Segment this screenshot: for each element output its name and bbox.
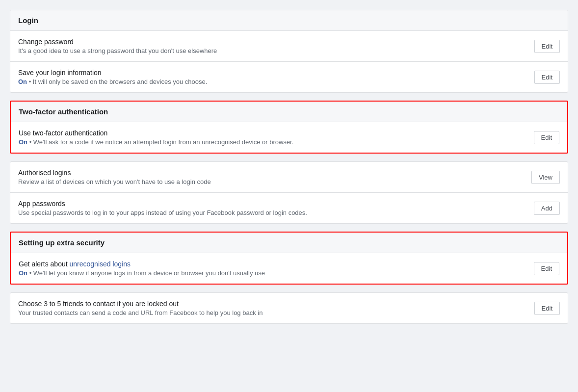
two-factor-section-title: Two-factor authentication: [19, 107, 108, 116]
trusted-contacts-item: Choose 3 to 5 friends to contact if you …: [10, 293, 568, 323]
authorised-logins-action: View: [531, 171, 560, 184]
app-passwords-title: App passwords: [18, 200, 526, 208]
save-login-title: Save your login information: [18, 69, 526, 77]
extra-security-section: Setting up extra security Get alerts abo…: [10, 232, 568, 285]
get-alerts-subtitle: On • We'll let you know if anyone logs i…: [19, 269, 526, 277]
change-password-item: Change password It's a good idea to use …: [10, 31, 568, 62]
trusted-contacts-section: Choose 3 to 5 friends to contact if you …: [10, 292, 568, 324]
authorised-logins-view-button[interactable]: View: [531, 171, 560, 184]
trusted-contacts-action: Edit: [534, 302, 560, 315]
app-passwords-item: App passwords Use special passwords to l…: [10, 193, 568, 223]
app-passwords-subtitle: Use special passwords to log in to your …: [18, 209, 526, 216]
login-section: Login Change password It's a good idea t…: [10, 10, 568, 93]
get-alerts-content: Get alerts about unrecognised logins On …: [19, 260, 526, 277]
change-password-action: Edit: [534, 40, 560, 53]
save-login-on-text: On: [18, 78, 27, 85]
two-factor-section: Two-factor authentication Use two-factor…: [10, 101, 568, 154]
two-factor-item: Use two-factor authentication On • We'll…: [11, 122, 567, 153]
trusted-contacts-title: Choose 3 to 5 friends to contact if you …: [18, 300, 526, 308]
trusted-contacts-edit-button[interactable]: Edit: [534, 302, 560, 315]
change-password-content: Change password It's a good idea to use …: [18, 38, 526, 54]
get-alerts-subtitle-suffix: • We'll let you know if anyone logs in f…: [27, 269, 265, 277]
app-passwords-content: App passwords Use special passwords to l…: [18, 200, 526, 216]
change-password-subtitle: It's a good idea to use a strong passwor…: [18, 47, 526, 54]
get-alerts-item: Get alerts about unrecognised logins On …: [11, 253, 567, 284]
save-login-item: Save your login information On • It will…: [10, 62, 568, 92]
two-factor-content: Use two-factor authentication On • We'll…: [19, 129, 526, 146]
get-alerts-on-text: On: [19, 269, 27, 277]
extra-security-section-title: Setting up extra security: [19, 238, 105, 247]
save-login-subtitle-suffix: • It will only be saved on the browsers …: [27, 78, 207, 85]
app-passwords-add-button[interactable]: Add: [534, 202, 560, 215]
app-passwords-action: Add: [534, 202, 560, 215]
trusted-contacts-content: Choose 3 to 5 friends to contact if you …: [18, 300, 526, 316]
extra-security-section-header: Setting up extra security: [11, 233, 567, 253]
save-login-content: Save your login information On • It will…: [18, 69, 526, 85]
trusted-contacts-subtitle: Your trusted contacts can send a code an…: [18, 309, 526, 316]
two-factor-edit-button[interactable]: Edit: [534, 131, 559, 144]
two-factor-action: Edit: [534, 131, 559, 144]
change-password-edit-button[interactable]: Edit: [534, 40, 560, 53]
authorised-logins-item: Authorised logins Review a list of devic…: [10, 162, 568, 193]
save-login-subtitle: On • It will only be saved on the browse…: [18, 78, 526, 85]
save-login-edit-button[interactable]: Edit: [534, 71, 560, 84]
authorised-logins-subtitle: Review a list of devices on which you wo…: [18, 178, 524, 185]
two-factor-title: Use two-factor authentication: [19, 129, 526, 137]
authorised-logins-title: Authorised logins: [18, 169, 524, 177]
login-section-header: Login: [10, 10, 568, 31]
login-section-title: Login: [18, 16, 38, 25]
get-alerts-action: Edit: [534, 262, 559, 275]
get-alerts-title: Get alerts about unrecognised logins: [19, 260, 526, 268]
two-factor-on-text: On: [19, 138, 27, 146]
authorised-logins-content: Authorised logins Review a list of devic…: [18, 169, 524, 185]
get-alerts-edit-button[interactable]: Edit: [534, 262, 559, 275]
get-alerts-title-link[interactable]: unrecognised logins: [70, 260, 131, 268]
change-password-title: Change password: [18, 38, 526, 46]
two-factor-section-header: Two-factor authentication: [11, 102, 567, 122]
two-factor-subtitle: On • We'll ask for a code if we notice a…: [19, 138, 526, 146]
two-factor-subtitle-suffix: • We'll ask for a code if we notice an a…: [27, 138, 293, 146]
page-container: Login Change password It's a good idea t…: [0, 0, 578, 341]
save-login-action: Edit: [534, 71, 560, 84]
get-alerts-title-part1: Get alerts about: [19, 260, 70, 268]
authorised-logins-section: Authorised logins Review a list of devic…: [10, 161, 568, 224]
